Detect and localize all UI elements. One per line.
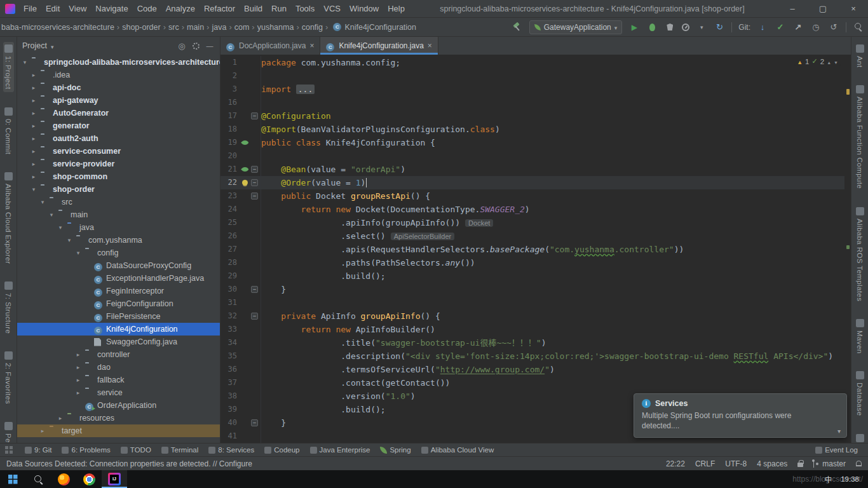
git-branch-widget[interactable]: master bbox=[813, 459, 846, 468]
code-line-21[interactable]: 21 @Bean(value = "orderApi") bbox=[220, 163, 844, 176]
tab-docapplication-java[interactable]: DocApplication.java bbox=[220, 37, 320, 55]
coverage-button[interactable] bbox=[664, 22, 675, 33]
tree-item-service-provider[interactable]: service-provider bbox=[17, 158, 220, 170]
tool-window-button-spring[interactable]: Spring bbox=[375, 444, 416, 456]
fold-marker-icon[interactable] bbox=[250, 419, 259, 426]
menu-edit[interactable]: Edit bbox=[41, 0, 64, 18]
tool-stripe-7-structure[interactable]: 7: Structure bbox=[3, 279, 14, 336]
breadcrumb-item-main[interactable]: main bbox=[187, 23, 204, 32]
tree-item-src[interactable]: src bbox=[17, 196, 220, 208]
ime-indicator[interactable]: 中 bbox=[825, 474, 832, 484]
collapse-arrow-icon[interactable] bbox=[39, 199, 46, 205]
debug-button[interactable] bbox=[646, 22, 658, 33]
tool-window-button-9-git[interactable]: 9: Git bbox=[20, 444, 57, 456]
tab-knife4jconfiguration-java[interactable]: Knife4jConfiguration.java bbox=[320, 37, 438, 55]
tool-stripe-database[interactable]: Database bbox=[855, 369, 865, 418]
fold-marker-icon[interactable] bbox=[250, 166, 259, 173]
gear-icon[interactable] bbox=[193, 43, 200, 50]
menu-file[interactable]: File bbox=[19, 0, 41, 18]
tool-stripe-alibaba-cloud-explorer[interactable]: Alibaba Cloud Explorer bbox=[3, 170, 14, 266]
code-line-18[interactable]: 18@Import(BeanValidatorPluginsConfigurat… bbox=[220, 123, 844, 136]
tree-item-service-consumer[interactable]: service-consumer bbox=[17, 145, 220, 158]
menu-help[interactable]: Help bbox=[383, 0, 409, 18]
tree-item-springcloud-alibaba-microservices-architecture[interactable]: springcloud-alibaba-microservices-archit… bbox=[17, 56, 220, 69]
code-line-27[interactable]: 27 .apis(RequestHandlerSelectors.basePac… bbox=[220, 243, 844, 256]
tree-item-java[interactable]: java bbox=[17, 221, 220, 234]
taskbar-search-button[interactable] bbox=[25, 470, 51, 488]
expand-arrow-icon[interactable] bbox=[57, 415, 64, 421]
tool-window-button-terminal[interactable]: Terminal bbox=[156, 444, 203, 456]
inspections-widget[interactable]: 1 2 bbox=[794, 57, 841, 66]
expand-notification-icon[interactable] bbox=[837, 428, 841, 435]
typo-scroll-mark[interactable] bbox=[846, 245, 850, 249]
tool-stripe-maven[interactable]: Maven bbox=[855, 316, 865, 356]
caret-position[interactable]: 22:22 bbox=[666, 459, 685, 468]
code-line-20[interactable]: 20 bbox=[220, 149, 844, 163]
tool-stripe-bean[interactable]: Bean bbox=[855, 431, 865, 443]
code-line-28[interactable]: 28 .paths(PathSelectors.any()) bbox=[220, 256, 844, 269]
taskbar-clock[interactable]: 19:38 bbox=[841, 475, 859, 483]
tree-item-shop-common[interactable]: shop-common bbox=[17, 170, 220, 183]
tool-stripe-persistence[interactable]: Persistence bbox=[3, 419, 14, 443]
menu-window[interactable]: Window bbox=[345, 0, 383, 18]
menu-analyze[interactable]: Analyze bbox=[161, 0, 200, 18]
collapse-arrow-icon[interactable] bbox=[30, 186, 37, 193]
chevron-down-icon[interactable] bbox=[696, 22, 707, 33]
code-line-26[interactable]: 26 .select()ApiSelectorBuilder bbox=[220, 229, 844, 243]
tool-window-button-8-services[interactable]: 8: Services bbox=[203, 444, 259, 456]
code-line-2[interactable]: 2 bbox=[220, 69, 844, 83]
hide-panel-icon[interactable] bbox=[205, 41, 215, 51]
next-problem-icon[interactable] bbox=[834, 58, 838, 65]
minimize-button[interactable]: – bbox=[788, 4, 797, 13]
fold-marker-icon[interactable] bbox=[250, 286, 259, 293]
breadcrumb-item-src[interactable]: src bbox=[168, 23, 179, 32]
expand-arrow-icon[interactable] bbox=[30, 135, 37, 142]
breadcrumb-item-baba-microservices-architecture[interactable]: baba-microservices-architecture bbox=[1, 23, 114, 32]
prev-problem-icon[interactable] bbox=[827, 58, 831, 65]
tool-window-button-6-problems[interactable]: 6: Problems bbox=[57, 444, 115, 456]
tree-item-fallback[interactable]: fallback bbox=[17, 374, 220, 386]
tree-item-com-yushanma[interactable]: com.yushanma bbox=[17, 234, 220, 247]
fold-marker-icon[interactable] bbox=[250, 193, 259, 200]
configure-link[interactable]: Configure bbox=[219, 459, 252, 468]
notification-popup[interactable]: Services Multiple Spring Boot run config… bbox=[634, 393, 847, 438]
browser-app-button[interactable] bbox=[51, 470, 76, 488]
expand-arrow-icon[interactable] bbox=[30, 72, 37, 78]
collapse-arrow-icon[interactable] bbox=[21, 59, 29, 65]
fold-marker-icon[interactable] bbox=[250, 313, 259, 320]
tool-window-button-java-enterprise[interactable]: Java Enterprise bbox=[305, 444, 376, 456]
breadcrumb-item-java[interactable]: java bbox=[212, 23, 226, 32]
tree-item-feignconfiguration[interactable]: FeignConfiguration bbox=[17, 297, 220, 310]
code-line-32[interactable]: 32 private ApiInfo groupApiInfo() { bbox=[220, 309, 844, 323]
tree-item-dao[interactable]: dao bbox=[17, 361, 220, 374]
breadcrumb-item-yushanma[interactable]: yushanma bbox=[257, 23, 294, 32]
breadcrumb-item-config[interactable]: config bbox=[302, 23, 323, 32]
fold-marker-icon[interactable] bbox=[250, 112, 259, 119]
run-button[interactable] bbox=[628, 22, 640, 33]
code-line-33[interactable]: 33 return new ApiInfoBuilder() bbox=[220, 323, 844, 336]
code-line-31[interactable]: 31 bbox=[220, 296, 844, 309]
code-line-25[interactable]: 25 .apiInfo(groupApiInfo())Docket bbox=[220, 216, 844, 229]
start-button[interactable] bbox=[0, 470, 25, 488]
tool-window-button-event-log[interactable]: Event Log bbox=[810, 446, 863, 454]
git-update-button[interactable] bbox=[757, 22, 768, 33]
tree-item-service[interactable]: service bbox=[17, 386, 220, 399]
tree-item-exceptionhandlerpage-java[interactable]: ExceptionHandlerPage.java bbox=[17, 272, 220, 285]
collapse-arrow-icon[interactable] bbox=[74, 250, 82, 256]
build-icon[interactable] bbox=[512, 22, 523, 33]
expand-arrow-icon[interactable] bbox=[39, 428, 46, 434]
expand-arrow-icon[interactable] bbox=[30, 161, 37, 167]
tree-item-filepersistence[interactable]: FilePersistence bbox=[17, 310, 220, 323]
breadcrumb-item-knife4jconfiguration[interactable]: Knife4jConfiguration bbox=[344, 23, 416, 32]
code-line-23[interactable]: 23 public Docket groupRestApi() { bbox=[220, 189, 844, 203]
tree-item-resources[interactable]: resources bbox=[17, 412, 220, 424]
tree-item-api-doc[interactable]: api-doc bbox=[17, 81, 220, 94]
tree-item-api-gateway[interactable]: api-gateway bbox=[17, 94, 220, 107]
code-line-19[interactable]: 19public class Knife4jConfiguration { bbox=[220, 136, 844, 149]
menu-vcs[interactable]: VCS bbox=[319, 0, 345, 18]
breadcrumb-item-shop-order[interactable]: shop-order bbox=[122, 23, 160, 32]
fold-marker-icon[interactable] bbox=[250, 179, 259, 186]
expand-arrow-icon[interactable] bbox=[74, 377, 82, 383]
menu-refactor[interactable]: Refactor bbox=[200, 0, 240, 18]
tool-window-button-todo[interactable]: TODO bbox=[116, 444, 156, 456]
